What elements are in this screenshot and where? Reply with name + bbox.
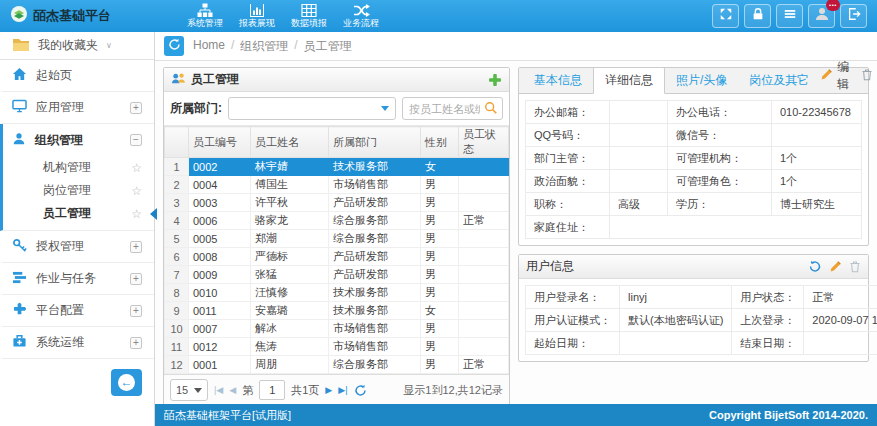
sidebar-item-home[interactable]: 起始页: [0, 60, 154, 92]
reload-table-button[interactable]: [354, 384, 367, 397]
hamburger-icon: [783, 7, 797, 25]
expand-icon[interactable]: +: [130, 337, 142, 349]
breadcrumb-section[interactable]: 组织管理: [240, 38, 288, 55]
edit-button[interactable]: 编辑: [820, 59, 849, 93]
col-employee-name[interactable]: 员工姓名: [251, 127, 329, 158]
expand-icon[interactable]: +: [130, 241, 142, 253]
next-page-button[interactable]: ▶: [325, 385, 332, 395]
table-row[interactable]: 110012焦涛市场销售部男: [165, 338, 509, 356]
sidebar-favorites[interactable]: 我的收藏夹 ∨: [0, 32, 154, 60]
grid-icon: [301, 3, 317, 18]
lock-button[interactable]: [744, 4, 771, 28]
sidebar-item-employee-management[interactable]: 员工管理 ☆: [3, 202, 154, 225]
puzzle-icon: [12, 302, 27, 320]
tab-photo-avatar[interactable]: 照片/头像: [665, 68, 738, 93]
table-row[interactable]: 10002林宇婧技术服务部女: [165, 158, 509, 176]
breadcrumb-page: 员工管理: [304, 38, 352, 55]
table-row[interactable]: 60008严德标产品研发部男: [165, 248, 509, 266]
employee-table-header-row: 员工编号 员工姓名 所属部门 性别 员工状态: [165, 127, 509, 158]
org-chart-icon: [197, 3, 213, 18]
nav-label: 业务流程: [343, 18, 379, 29]
prev-page-button[interactable]: ◀: [229, 385, 236, 395]
nav-label: 系统管理: [187, 18, 223, 29]
table-row[interactable]: 80010汪慎修技术服务部男: [165, 284, 509, 302]
table-row[interactable]: 90011安嘉璐技术服务部女: [165, 302, 509, 320]
table-row[interactable]: 70009张猛产品研发部男: [165, 266, 509, 284]
sidebar-collapse-button[interactable]: ←: [111, 369, 142, 396]
breadcrumb: Home / 组织管理 / 员工管理: [193, 38, 352, 55]
delete-button[interactable]: 删除: [861, 59, 877, 93]
top-navigation: 系统管理 报表展现 数据填报 业务流程: [187, 3, 379, 29]
department-select[interactable]: [228, 97, 396, 120]
menu-button[interactable]: [776, 4, 803, 28]
expand-icon[interactable]: +: [130, 273, 142, 285]
col-gender[interactable]: 性别: [421, 127, 459, 158]
sidebar-item-label: 组织管理: [35, 132, 83, 149]
refresh-page-button[interactable]: [164, 36, 184, 56]
nav-data-entry[interactable]: 数据填报: [291, 3, 327, 29]
monitor-icon: [12, 99, 27, 116]
sidebar-item-platform-config[interactable]: 平台配置 +: [0, 295, 154, 327]
nav-report-view[interactable]: 报表展现: [239, 3, 275, 29]
sidebar-item-jobs-tasks[interactable]: 作业与任务 +: [0, 263, 154, 295]
chevron-down-icon: ∨: [106, 41, 112, 50]
fullscreen-button[interactable]: [712, 4, 739, 28]
table-row[interactable]: 30003许平秋产品研发部男: [165, 194, 509, 212]
undo-icon[interactable]: [808, 260, 822, 273]
breadcrumb-home[interactable]: Home: [193, 38, 225, 55]
user-button[interactable]: •••: [808, 4, 835, 28]
chevron-down-icon: [194, 388, 202, 393]
col-employee-id[interactable]: 员工编号: [189, 127, 251, 158]
pagination-summary: 显示1到12,共12记录: [403, 383, 503, 398]
page-number-input[interactable]: [259, 380, 285, 400]
sidebar-item-label: 作业与任务: [36, 270, 96, 287]
sidebar-item-system-ops[interactable]: 系统运维 +: [0, 327, 154, 359]
nav-workflow[interactable]: 业务流程: [343, 3, 379, 29]
expand-icon[interactable]: +: [130, 305, 142, 317]
tab-basic-info[interactable]: 基本信息: [523, 68, 593, 93]
employee-list-panel: 员工管理 所属部门:: [163, 67, 510, 406]
sidebar-item-institution-management[interactable]: 机构管理 ☆: [3, 156, 154, 179]
table-row[interactable]: 20004傅国生市场销售部男: [165, 176, 509, 194]
table-row[interactable]: 50005郑潮综合服务部男: [165, 230, 509, 248]
detail-tabbar: 基本信息 详细信息 照片/头像 岗位及其它 编辑: [519, 68, 868, 94]
expand-icon[interactable]: +: [130, 102, 142, 114]
sidebar-item-org-management[interactable]: 组织管理 −: [3, 124, 154, 156]
tab-position-other[interactable]: 岗位及其它: [738, 68, 820, 93]
logo-icon: [10, 5, 28, 27]
table-row[interactable]: 40006骆家龙综合服务部男正常: [165, 212, 509, 230]
notification-badge: •••: [826, 0, 840, 11]
logout-button[interactable]: [840, 4, 867, 28]
nav-system-management[interactable]: 系统管理: [187, 3, 223, 29]
collapse-group-icon[interactable]: −: [130, 134, 142, 146]
user-info-table: 用户登录名：linyj 用户状态：正常 用户认证模式：默认(本地密码认证) 上次…: [525, 285, 877, 355]
table-row[interactable]: 100007解冰市场销售部男: [165, 320, 509, 338]
sidebar-item-label: 起始页: [36, 67, 72, 84]
last-page-button[interactable]: ▶|: [338, 385, 347, 395]
detail-row: 职称：高级 学历：博士研究生: [526, 193, 862, 216]
detail-row: 部门主管： 可管理机构：1个: [526, 147, 862, 170]
search-icon[interactable]: [484, 101, 498, 118]
star-icon[interactable]: ☆: [131, 184, 142, 198]
add-employee-button[interactable]: [488, 73, 502, 87]
topbar: 皕杰基础平台 系统管理 报表展现 数据填报: [0, 0, 877, 32]
first-page-button[interactable]: |◀: [214, 385, 223, 395]
pencil-icon[interactable]: [829, 260, 842, 273]
edit-label: 编辑: [837, 59, 849, 93]
detail-row: 办公邮箱： 办公电话：010-22345678: [526, 101, 862, 124]
page-size-value: 15: [176, 384, 188, 396]
col-department[interactable]: 所属部门: [329, 127, 421, 158]
sidebar-item-authorization[interactable]: 授权管理 +: [0, 231, 154, 263]
sidebar-item-position-management[interactable]: 岗位管理 ☆: [3, 179, 154, 202]
star-icon[interactable]: ☆: [131, 207, 142, 221]
tab-detail-info[interactable]: 详细信息: [593, 67, 665, 94]
sidebar-item-app-management[interactable]: 应用管理 +: [0, 92, 154, 124]
star-icon[interactable]: ☆: [131, 161, 142, 175]
col-status[interactable]: 员工状态: [459, 127, 509, 158]
detail-row: 家庭住址：: [526, 216, 862, 239]
page-size-select[interactable]: 15: [170, 379, 208, 401]
table-row[interactable]: 120001周朋综合服务部男正常: [165, 356, 509, 374]
trash-icon[interactable]: [849, 260, 861, 273]
user-info-panel: 用户信息: [518, 254, 869, 362]
page-total-label: 共1页: [291, 383, 319, 398]
